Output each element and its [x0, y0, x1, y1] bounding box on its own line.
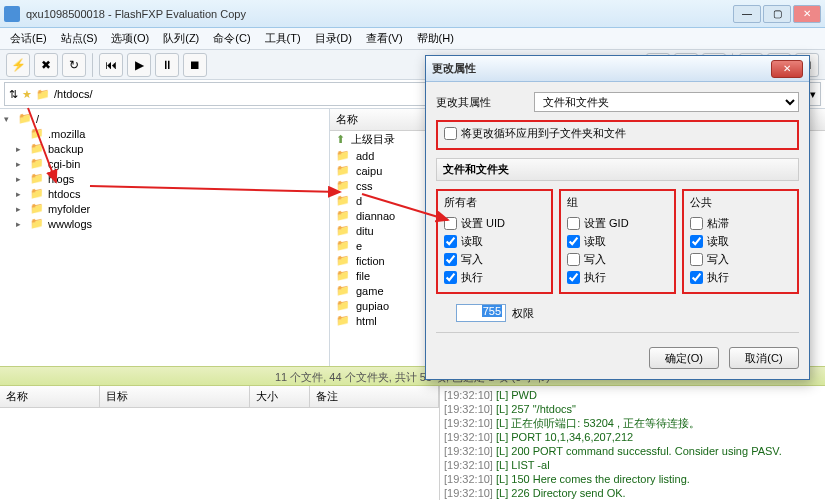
tree-item[interactable]: ▸📁cgi-bin: [2, 156, 327, 171]
col-remark[interactable]: 备注: [310, 386, 439, 407]
log-line: [19:32:10] [L] PWD: [444, 388, 821, 402]
public-write-checkbox[interactable]: 写入: [690, 252, 791, 267]
group-exec-checkbox[interactable]: 执行: [567, 270, 668, 285]
public-label: 公共: [690, 195, 791, 210]
log-line: [19:32:10] [L] 150 Here comes the direct…: [444, 472, 821, 486]
folder-icon: 📁: [36, 88, 50, 101]
permission-label: 权限: [512, 306, 534, 321]
abort-button[interactable]: ↻: [62, 53, 86, 77]
permission-input[interactable]: 755: [456, 304, 506, 322]
tree-item[interactable]: ▸📁backup: [2, 141, 327, 156]
tree-item[interactable]: ▸📁myfolder: [2, 201, 327, 216]
dropdown-icon[interactable]: ▾: [810, 88, 816, 101]
queue-panel: 名称 目标 大小 备注: [0, 386, 440, 500]
menu-item[interactable]: 帮助(H): [411, 29, 460, 48]
local-tree[interactable]: ▾📁/📁.mozilla▸📁backup▸📁cgi-bin▸📁hlogs▸📁ht…: [0, 109, 330, 366]
disconnect-button[interactable]: ✖: [34, 53, 58, 77]
group-write-checkbox[interactable]: 写入: [567, 252, 668, 267]
owner-write-checkbox[interactable]: 写入: [444, 252, 545, 267]
tree-item[interactable]: ▸📁hlogs: [2, 171, 327, 186]
owner-label: 所有者: [444, 195, 545, 210]
play-button[interactable]: ▶: [127, 53, 151, 77]
set-gid-checkbox[interactable]: 设置 GID: [567, 216, 668, 231]
tree-item[interactable]: 📁.mozilla: [2, 126, 327, 141]
close-button[interactable]: ✕: [793, 5, 821, 23]
log-line: [19:32:10] [L] 257 "/htdocs": [444, 402, 821, 416]
change-label: 更改其属性: [436, 95, 526, 110]
prev-button[interactable]: ⏮: [99, 53, 123, 77]
menu-item[interactable]: 站点(S): [55, 29, 104, 48]
bookmark-icon[interactable]: ★: [22, 88, 32, 101]
group-read-checkbox[interactable]: 读取: [567, 234, 668, 249]
pause-button[interactable]: ⏸: [155, 53, 179, 77]
dialog-title: 更改属性: [432, 61, 771, 76]
window-title: qxu1098500018 - FlashFXP Evaluation Copy: [26, 8, 733, 20]
menu-item[interactable]: 目录(D): [309, 29, 358, 48]
titlebar: qxu1098500018 - FlashFXP Evaluation Copy…: [0, 0, 825, 28]
tree-item[interactable]: ▾📁/: [2, 111, 327, 126]
col-target[interactable]: 目标: [100, 386, 250, 407]
ok-button[interactable]: 确定(O): [649, 347, 719, 369]
owner-read-checkbox[interactable]: 读取: [444, 234, 545, 249]
menu-item[interactable]: 工具(T): [259, 29, 307, 48]
owner-exec-checkbox[interactable]: 执行: [444, 270, 545, 285]
stop-button[interactable]: ⏹: [183, 53, 207, 77]
app-icon: [4, 6, 20, 22]
switch-icon[interactable]: ⇅: [9, 88, 18, 101]
tree-item[interactable]: ▸📁wwwlogs: [2, 216, 327, 231]
maximize-button[interactable]: ▢: [763, 5, 791, 23]
properties-dialog: 更改属性 ✕ 更改其属性 文件和文件夹 将更改循环应用到子文件夹和文件 文件和文…: [425, 55, 810, 380]
menubar: 会话(E)站点(S)选项(O)队列(Z)命令(C)工具(T)目录(D)查看(V)…: [0, 28, 825, 50]
dialog-close-button[interactable]: ✕: [771, 60, 803, 78]
public-read-checkbox[interactable]: 读取: [690, 234, 791, 249]
sticky-checkbox[interactable]: 粘滞: [690, 216, 791, 231]
log-line: [19:32:10] [L] PORT 10,1,34,6,207,212: [444, 430, 821, 444]
recurse-checkbox[interactable]: 将更改循环应用到子文件夹和文件: [444, 126, 791, 141]
public-exec-checkbox[interactable]: 执行: [690, 270, 791, 285]
connect-button[interactable]: ⚡: [6, 53, 30, 77]
set-uid-checkbox[interactable]: 设置 UID: [444, 216, 545, 231]
menu-item[interactable]: 选项(O): [105, 29, 155, 48]
target-select[interactable]: 文件和文件夹: [534, 92, 799, 112]
log-line: [19:32:10] [L] 200 PORT command successf…: [444, 444, 821, 458]
group-label: 组: [567, 195, 668, 210]
menu-item[interactable]: 队列(Z): [157, 29, 205, 48]
log-line: [19:32:10] [L] LIST -al: [444, 458, 821, 472]
col-size[interactable]: 大小: [250, 386, 310, 407]
col-name[interactable]: 名称: [0, 386, 100, 407]
menu-item[interactable]: 查看(V): [360, 29, 409, 48]
cancel-button[interactable]: 取消(C): [729, 347, 799, 369]
section-header: 文件和文件夹: [436, 158, 799, 181]
log-panel[interactable]: [19:32:10] [L] PWD[19:32:10] [L] 257 "/h…: [440, 386, 825, 500]
minimize-button[interactable]: —: [733, 5, 761, 23]
tree-item[interactable]: ▸📁htdocs: [2, 186, 327, 201]
log-line: [19:32:10] [L] 226 Directory send OK.: [444, 486, 821, 500]
menu-item[interactable]: 会话(E): [4, 29, 53, 48]
menu-item[interactable]: 命令(C): [207, 29, 256, 48]
log-line: [19:32:10] [L] 正在侦听端口: 53204 , 正在等待连接。: [444, 416, 821, 430]
